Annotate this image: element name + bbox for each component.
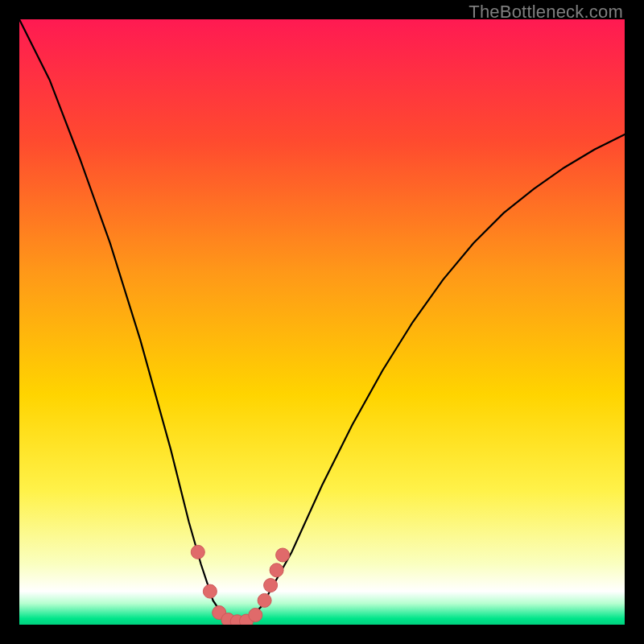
marker-dot	[258, 593, 271, 607]
marker-dot	[203, 584, 217, 598]
marker-dot	[249, 609, 262, 622]
chart-background	[19, 19, 625, 625]
chart-frame	[19, 19, 625, 625]
marker-dot	[191, 545, 204, 559]
marker-dot	[270, 564, 283, 577]
marker-dot	[264, 579, 278, 592]
marker-dot	[276, 548, 290, 562]
bottleneck-chart	[19, 19, 625, 625]
watermark-text: TheBottleneck.com	[469, 2, 623, 23]
